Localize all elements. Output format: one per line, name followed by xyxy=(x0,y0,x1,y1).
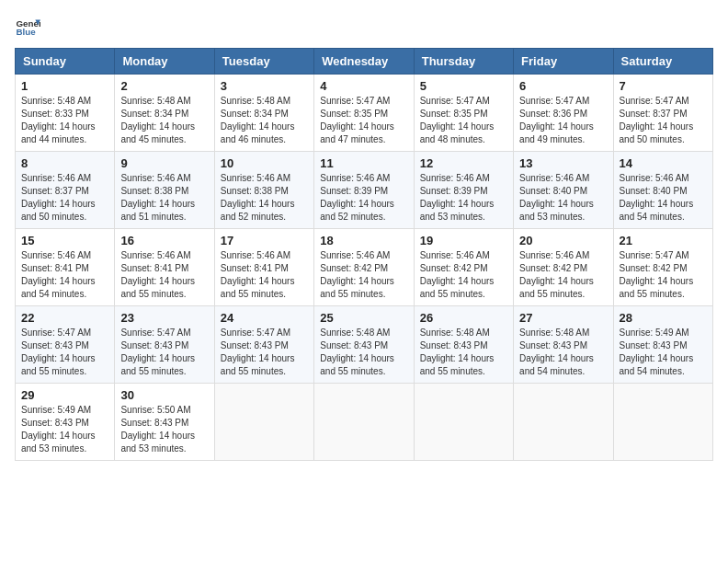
day-info: Sunrise: 5:46 AMSunset: 8:39 PMDaylight:… xyxy=(320,173,394,222)
calendar-cell xyxy=(414,384,513,461)
day-number: 21 xyxy=(620,234,707,247)
weekday-header: Sunday xyxy=(16,49,115,75)
weekday-header: Wednesday xyxy=(314,49,414,75)
day-number: 6 xyxy=(519,79,607,93)
calendar-cell: 29 Sunrise: 5:49 AMSunset: 8:43 PMDaylig… xyxy=(16,384,115,461)
day-number: 24 xyxy=(221,311,308,325)
calendar-cell: 26 Sunrise: 5:48 AMSunset: 8:43 PMDaylig… xyxy=(414,306,513,384)
day-info: Sunrise: 5:50 AMSunset: 8:43 PMDaylight:… xyxy=(120,405,195,454)
calendar-header: SundayMondayTuesdayWednesdayThursdayFrid… xyxy=(16,49,713,75)
weekday-header: Thursday xyxy=(414,49,513,75)
calendar-cell: 21 Sunrise: 5:47 AMSunset: 8:42 PMDaylig… xyxy=(613,229,712,306)
day-number: 8 xyxy=(21,156,108,170)
day-number: 17 xyxy=(221,234,308,247)
day-info: Sunrise: 5:48 AMSunset: 8:43 PMDaylight:… xyxy=(320,327,394,376)
header: General Blue xyxy=(15,15,713,40)
calendar-week-row: 1 Sunrise: 5:48 AMSunset: 8:33 PMDayligh… xyxy=(16,75,713,152)
day-info: Sunrise: 5:46 AMSunset: 8:42 PMDaylight:… xyxy=(320,250,394,299)
day-number: 30 xyxy=(120,388,208,402)
weekday-header: Monday xyxy=(115,49,214,75)
day-number: 13 xyxy=(519,156,607,170)
day-info: Sunrise: 5:48 AMSunset: 8:34 PMDaylight:… xyxy=(221,96,295,144)
weekday-header: Saturday xyxy=(613,49,712,75)
calendar-cell: 10 Sunrise: 5:46 AMSunset: 8:38 PMDaylig… xyxy=(214,152,313,229)
calendar-cell: 1 Sunrise: 5:48 AMSunset: 8:33 PMDayligh… xyxy=(16,75,115,152)
day-number: 1 xyxy=(21,79,108,93)
day-info: Sunrise: 5:46 AMSunset: 8:40 PMDaylight:… xyxy=(519,173,594,222)
day-number: 27 xyxy=(519,311,607,325)
day-info: Sunrise: 5:46 AMSunset: 8:38 PMDaylight:… xyxy=(221,173,295,222)
day-info: Sunrise: 5:47 AMSunset: 8:35 PMDaylight:… xyxy=(420,96,495,144)
day-number: 4 xyxy=(320,79,407,93)
day-number: 18 xyxy=(320,234,407,247)
day-number: 26 xyxy=(420,311,507,325)
day-info: Sunrise: 5:46 AMSunset: 8:41 PMDaylight:… xyxy=(21,250,96,299)
day-info: Sunrise: 5:47 AMSunset: 8:43 PMDaylight:… xyxy=(221,327,295,376)
calendar-cell: 5 Sunrise: 5:47 AMSunset: 8:35 PMDayligh… xyxy=(414,75,513,152)
weekday-row: SundayMondayTuesdayWednesdayThursdayFrid… xyxy=(16,49,713,75)
day-info: Sunrise: 5:46 AMSunset: 8:41 PMDaylight:… xyxy=(120,250,195,299)
day-info: Sunrise: 5:47 AMSunset: 8:35 PMDaylight:… xyxy=(320,96,394,144)
calendar-cell xyxy=(514,384,613,461)
calendar-cell: 15 Sunrise: 5:46 AMSunset: 8:41 PMDaylig… xyxy=(16,229,115,306)
day-info: Sunrise: 5:46 AMSunset: 8:38 PMDaylight:… xyxy=(120,173,195,222)
day-number: 19 xyxy=(420,234,507,247)
calendar-cell: 20 Sunrise: 5:46 AMSunset: 8:42 PMDaylig… xyxy=(514,229,613,306)
weekday-header: Friday xyxy=(514,49,613,75)
day-number: 2 xyxy=(120,79,208,93)
day-number: 5 xyxy=(420,79,507,93)
day-info: Sunrise: 5:46 AMSunset: 8:42 PMDaylight:… xyxy=(519,250,594,299)
calendar-cell: 12 Sunrise: 5:46 AMSunset: 8:39 PMDaylig… xyxy=(414,152,513,229)
calendar-cell xyxy=(314,384,414,461)
calendar-cell: 22 Sunrise: 5:47 AMSunset: 8:43 PMDaylig… xyxy=(16,306,115,384)
day-info: Sunrise: 5:47 AMSunset: 8:43 PMDaylight:… xyxy=(21,327,96,376)
calendar-week-row: 29 Sunrise: 5:49 AMSunset: 8:43 PMDaylig… xyxy=(16,384,713,461)
calendar-cell: 14 Sunrise: 5:46 AMSunset: 8:40 PMDaylig… xyxy=(613,152,712,229)
day-number: 15 xyxy=(21,234,108,247)
calendar-cell: 19 Sunrise: 5:46 AMSunset: 8:42 PMDaylig… xyxy=(414,229,513,306)
calendar-cell: 17 Sunrise: 5:46 AMSunset: 8:41 PMDaylig… xyxy=(214,229,313,306)
day-number: 14 xyxy=(620,156,707,170)
calendar-week-row: 22 Sunrise: 5:47 AMSunset: 8:43 PMDaylig… xyxy=(16,306,713,384)
day-number: 11 xyxy=(320,156,407,170)
day-info: Sunrise: 5:46 AMSunset: 8:42 PMDaylight:… xyxy=(420,250,495,299)
calendar-cell: 25 Sunrise: 5:48 AMSunset: 8:43 PMDaylig… xyxy=(314,306,414,384)
day-info: Sunrise: 5:46 AMSunset: 8:41 PMDaylight:… xyxy=(221,250,295,299)
calendar-cell xyxy=(613,384,712,461)
day-number: 25 xyxy=(320,311,407,325)
calendar-cell: 30 Sunrise: 5:50 AMSunset: 8:43 PMDaylig… xyxy=(115,384,214,461)
day-info: Sunrise: 5:48 AMSunset: 8:34 PMDaylight:… xyxy=(120,96,195,144)
weekday-header: Tuesday xyxy=(214,49,313,75)
day-info: Sunrise: 5:46 AMSunset: 8:37 PMDaylight:… xyxy=(21,173,96,222)
calendar-cell: 6 Sunrise: 5:47 AMSunset: 8:36 PMDayligh… xyxy=(514,75,613,152)
calendar-cell: 7 Sunrise: 5:47 AMSunset: 8:37 PMDayligh… xyxy=(613,75,712,152)
calendar-cell: 11 Sunrise: 5:46 AMSunset: 8:39 PMDaylig… xyxy=(314,152,414,229)
day-info: Sunrise: 5:47 AMSunset: 8:36 PMDaylight:… xyxy=(519,96,594,144)
calendar-week-row: 8 Sunrise: 5:46 AMSunset: 8:37 PMDayligh… xyxy=(16,152,713,229)
calendar-cell: 18 Sunrise: 5:46 AMSunset: 8:42 PMDaylig… xyxy=(314,229,414,306)
calendar-cell: 4 Sunrise: 5:47 AMSunset: 8:35 PMDayligh… xyxy=(314,75,414,152)
calendar-cell: 23 Sunrise: 5:47 AMSunset: 8:43 PMDaylig… xyxy=(115,306,214,384)
calendar-cell: 16 Sunrise: 5:46 AMSunset: 8:41 PMDaylig… xyxy=(115,229,214,306)
day-number: 20 xyxy=(519,234,607,247)
calendar-cell xyxy=(214,384,313,461)
calendar-week-row: 15 Sunrise: 5:46 AMSunset: 8:41 PMDaylig… xyxy=(16,229,713,306)
day-info: Sunrise: 5:49 AMSunset: 8:43 PMDaylight:… xyxy=(620,327,694,376)
calendar-cell: 9 Sunrise: 5:46 AMSunset: 8:38 PMDayligh… xyxy=(115,152,214,229)
calendar-body: 1 Sunrise: 5:48 AMSunset: 8:33 PMDayligh… xyxy=(16,75,713,461)
calendar: SundayMondayTuesdayWednesdayThursdayFrid… xyxy=(15,48,713,461)
day-info: Sunrise: 5:49 AMSunset: 8:43 PMDaylight:… xyxy=(21,405,96,454)
calendar-cell: 28 Sunrise: 5:49 AMSunset: 8:43 PMDaylig… xyxy=(613,306,712,384)
day-info: Sunrise: 5:47 AMSunset: 8:37 PMDaylight:… xyxy=(620,96,694,144)
day-info: Sunrise: 5:48 AMSunset: 8:33 PMDaylight:… xyxy=(21,96,96,144)
day-info: Sunrise: 5:48 AMSunset: 8:43 PMDaylight:… xyxy=(420,327,495,376)
day-number: 28 xyxy=(620,311,707,325)
day-number: 12 xyxy=(420,156,507,170)
day-number: 23 xyxy=(120,311,208,325)
day-number: 9 xyxy=(120,156,208,170)
day-number: 10 xyxy=(221,156,308,170)
day-number: 29 xyxy=(21,388,108,402)
calendar-cell: 2 Sunrise: 5:48 AMSunset: 8:34 PMDayligh… xyxy=(115,75,214,152)
calendar-cell: 24 Sunrise: 5:47 AMSunset: 8:43 PMDaylig… xyxy=(214,306,313,384)
day-info: Sunrise: 5:46 AMSunset: 8:39 PMDaylight:… xyxy=(420,173,495,222)
